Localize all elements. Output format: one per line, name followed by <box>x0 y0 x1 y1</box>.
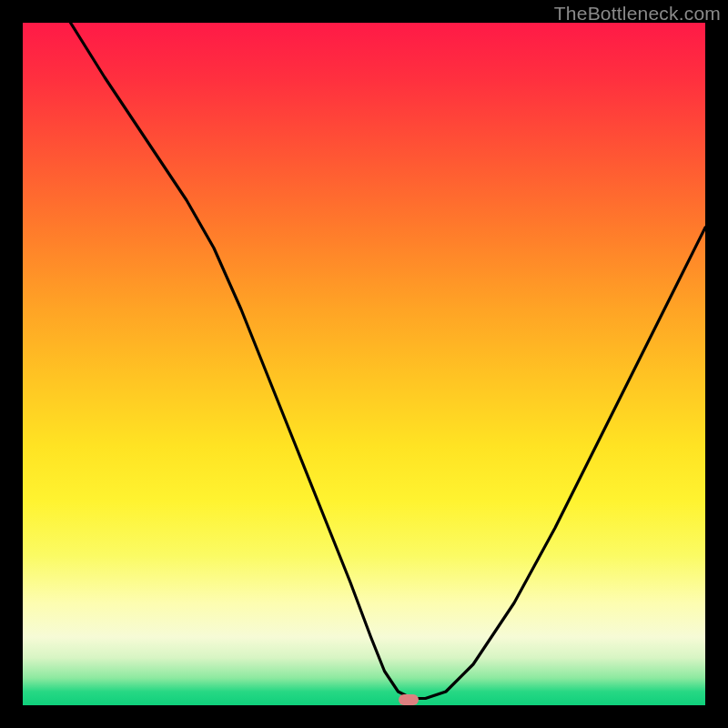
watermark-text: TheBottleneck.com <box>554 3 721 25</box>
optimum-marker <box>399 694 419 705</box>
bottleneck-curve <box>23 23 705 705</box>
plot-area <box>23 23 705 705</box>
chart-container: TheBottleneck.com <box>0 0 728 728</box>
